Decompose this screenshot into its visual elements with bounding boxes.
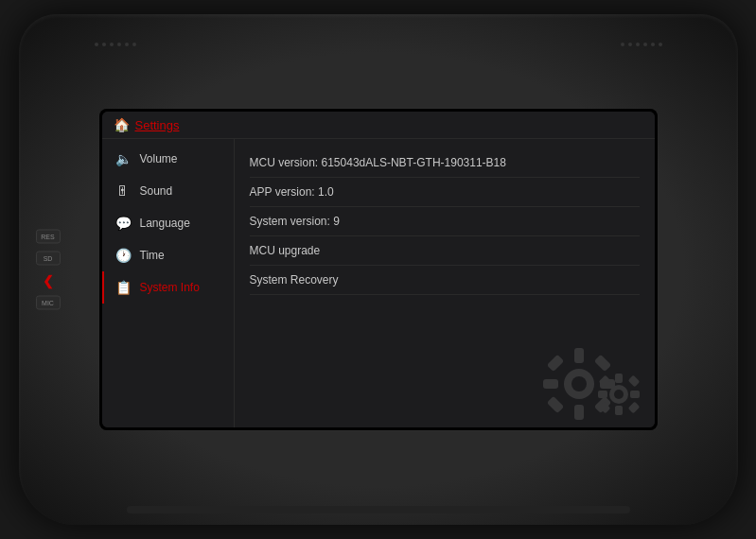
svg-rect-19 (627, 402, 640, 414)
svg-rect-17 (627, 375, 640, 388)
top-bar: 🏠 Settings (102, 112, 655, 139)
unit-bottom-bar (127, 506, 630, 513)
page-title: Settings (135, 118, 180, 132)
speaker-dots-left (95, 43, 136, 46)
svg-rect-6 (546, 355, 563, 372)
row-mcu-upgrade[interactable]: MCU upgrade (250, 236, 640, 266)
svg-rect-13 (615, 406, 623, 415)
sound-icon: 🎚 (115, 183, 131, 199)
svg-rect-14 (598, 391, 607, 398)
svg-point-11 (614, 390, 624, 399)
speaker-dots-right (621, 43, 662, 46)
row-app-version: APP version: 1.0 (250, 178, 640, 207)
sidebar: 🔈 Volume 🎚 Sound 💬 Language (102, 139, 235, 427)
row-system-recovery[interactable]: System Recovery (250, 266, 640, 295)
screen-bezel: 🏠 Settings 🔈 Volume 🎚 Sound (99, 109, 658, 430)
content-area: MCU version: 615043dALS-NBT-GTH-190311-B… (235, 139, 655, 427)
screen: 🏠 Settings 🔈 Volume 🎚 Sound (102, 112, 655, 427)
svg-rect-2 (574, 348, 584, 363)
sidebar-item-language[interactable]: 💬 Language (102, 207, 234, 239)
sidebar-label-language: Language (140, 217, 190, 230)
mic-button[interactable]: MIC (36, 296, 61, 310)
svg-rect-4 (543, 379, 558, 389)
svg-rect-15 (630, 391, 640, 398)
sd-button[interactable]: SD (36, 252, 61, 266)
sidebar-label-system-info: System Info (140, 281, 200, 294)
time-icon: 🕐 (115, 248, 131, 263)
gear-decoration (524, 320, 647, 424)
car-unit: RES SD ❮ MIC 🏠 Settings 🔈 Volume (19, 14, 738, 525)
volume-icon: 🔈 (115, 151, 131, 166)
sidebar-item-sound[interactable]: 🎚 Sound (102, 175, 234, 207)
sidebar-item-system-info[interactable]: 📋 System Info (102, 271, 234, 304)
res-button[interactable]: RES (36, 230, 61, 244)
home-icon[interactable]: 🏠 (114, 117, 130, 132)
sidebar-label-sound: Sound (140, 184, 173, 198)
sidebar-label-volume: Volume (140, 152, 178, 165)
svg-rect-3 (574, 405, 584, 420)
row-system-version: System version: 9 (250, 207, 640, 236)
main-content: 🔈 Volume 🎚 Sound 💬 Language (102, 139, 655, 427)
row-mcu-version: MCU version: 615043dALS-NBT-GTH-190311-B… (250, 148, 640, 178)
side-buttons: RES SD ❮ MIC (36, 230, 61, 310)
svg-point-1 (571, 376, 587, 391)
svg-rect-7 (593, 355, 610, 372)
language-icon: 💬 (115, 216, 131, 231)
svg-rect-12 (615, 374, 623, 383)
svg-rect-8 (546, 396, 563, 413)
back-arrow[interactable]: ❮ (43, 273, 54, 288)
sidebar-item-volume[interactable]: 🔈 Volume (102, 143, 234, 175)
sidebar-label-time: Time (140, 249, 165, 262)
system-info-icon: 📋 (115, 280, 131, 295)
sidebar-item-time[interactable]: 🕐 Time (102, 239, 234, 271)
